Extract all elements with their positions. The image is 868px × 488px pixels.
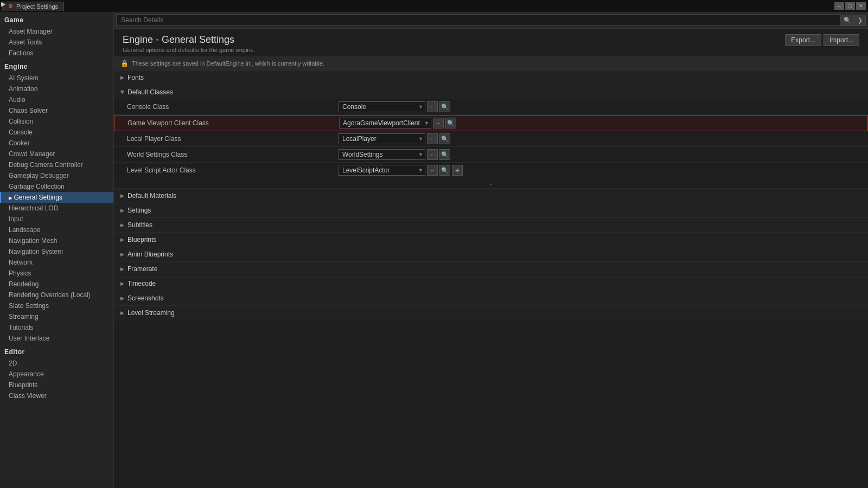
local-player-class-control: LocalPlayer ▼ ← 🔍: [339, 133, 450, 144]
console-class-dropdown[interactable]: Console: [339, 101, 425, 112]
default-materials-arrow-icon: ▶: [120, 193, 124, 198]
search-bar: 🔍 ❯: [114, 12, 868, 29]
sidebar-item-chaos-solver[interactable]: Chaos Solver: [0, 105, 113, 116]
content-header: Engine - General Settings General option…: [114, 29, 868, 57]
game-viewport-class-dropdown-wrapper: AgoraGameViewportClient ▼: [339, 118, 431, 129]
sidebar-item-streaming[interactable]: Streaming: [0, 311, 113, 322]
local-player-class-dropdown[interactable]: LocalPlayer: [339, 133, 425, 144]
sidebar-item-network[interactable]: Network: [0, 257, 113, 268]
world-settings-class-dropdown[interactable]: WorldSettings: [339, 149, 425, 160]
sidebar-item-navigation-system[interactable]: Navigation System: [0, 246, 113, 257]
framerate-label: Framerate: [127, 265, 157, 273]
sidebar-item-tutorials[interactable]: Tutorials: [0, 322, 113, 333]
settings-label: Settings: [127, 207, 151, 214]
sidebar-item-landscape[interactable]: Landscape: [0, 224, 113, 235]
search-input[interactable]: [116, 14, 840, 26]
game-viewport-class-dropdown[interactable]: AgoraGameViewportClient: [339, 118, 431, 129]
sidebar-item-slate-settings[interactable]: Slate Settings: [0, 300, 113, 311]
editor-section-header: Editor: [0, 344, 113, 358]
framerate-section-header[interactable]: ▶ Framerate: [114, 262, 868, 276]
default-classes-header[interactable]: ▶ Default Classes: [114, 85, 868, 99]
blueprints-section-header[interactable]: ▶ Blueprints: [114, 233, 868, 247]
default-classes-arrow-icon: ▶: [120, 91, 125, 94]
default-materials-header[interactable]: ▶ Default Materials: [114, 189, 868, 203]
world-settings-class-search-button[interactable]: 🔍: [439, 149, 450, 160]
maximize-button[interactable]: □: [845, 2, 855, 10]
sidebar-item-audio[interactable]: Audio: [0, 94, 113, 105]
sidebar-item-debug-camera-controller[interactable]: Debug Camera Controller: [0, 159, 113, 170]
subtitles-label: Subtitles: [127, 221, 152, 229]
settings-content: ▶ Fonts ▶ Default Classes Console Class: [114, 70, 868, 488]
subtitles-section: ▶ Subtitles: [114, 218, 868, 233]
minimize-button[interactable]: ─: [834, 2, 844, 10]
console-class-label: Console Class: [127, 103, 339, 111]
subtitles-section-header[interactable]: ▶ Subtitles: [114, 218, 868, 232]
level-script-actor-reset-button[interactable]: ←: [427, 165, 438, 176]
search-chevron-button[interactable]: ❯: [855, 15, 866, 26]
timecode-label: Timecode: [127, 280, 156, 287]
anim-blueprints-section-header[interactable]: ▶ Anim Blueprints: [114, 247, 868, 261]
game-viewport-class-reset-button[interactable]: ←: [433, 118, 444, 129]
fonts-section-header[interactable]: ▶ Fonts: [114, 70, 868, 85]
sidebar-item-rendering-overrides[interactable]: Rendering Overrides (Local): [0, 290, 113, 300]
sidebar-item-appearance[interactable]: Appearance: [0, 369, 113, 380]
default-classes-label: Default Classes: [127, 88, 173, 96]
level-script-actor-dropdown-wrapper: LevelScriptActor ▼: [339, 165, 425, 176]
timecode-section-header[interactable]: ▶ Timecode: [114, 277, 868, 291]
local-player-class-row: Local Player Class LocalPlayer ▼ ← 🔍: [114, 131, 868, 147]
local-player-class-search-button[interactable]: 🔍: [439, 133, 450, 144]
world-settings-class-label: World Settings Class: [127, 151, 339, 158]
local-player-class-reset-button[interactable]: ←: [427, 133, 438, 144]
export-button[interactable]: Export...: [785, 34, 821, 46]
local-player-class-dropdown-wrapper: LocalPlayer ▼: [339, 133, 425, 144]
sidebar: Game Asset Manager Asset Tools Factions …: [0, 12, 114, 488]
search-button[interactable]: 🔍: [840, 15, 855, 26]
sidebar-item-blueprints[interactable]: Blueprints: [0, 380, 113, 390]
sidebar-item-input[interactable]: Input: [0, 214, 113, 224]
screenshots-arrow-icon: ▶: [120, 296, 124, 301]
sidebar-item-crowd-manager[interactable]: Crowd Manager: [0, 149, 113, 159]
default-classes-section: ▶ Default Classes Console Class Console …: [114, 85, 868, 189]
level-streaming-section-header[interactable]: ▶ Level Streaming: [114, 306, 868, 320]
close-button[interactable]: ✕: [856, 2, 866, 10]
sidebar-item-collision[interactable]: Collision: [0, 116, 113, 127]
world-settings-class-reset-button[interactable]: ←: [427, 149, 438, 160]
sidebar-item-ai-system[interactable]: AI System: [0, 73, 113, 84]
console-class-reset-button[interactable]: ←: [427, 101, 438, 112]
project-settings-tab[interactable]: ⚙ Project Settings: [2, 2, 64, 11]
sidebar-item-class-viewer[interactable]: Class Viewer: [0, 390, 113, 401]
level-script-actor-dropdown[interactable]: LevelScriptActor: [339, 165, 425, 176]
sidebar-item-rendering[interactable]: Rendering: [0, 279, 113, 290]
sidebar-item-asset-manager[interactable]: Asset Manager: [0, 26, 113, 37]
console-class-dropdown-wrapper: Console ▼: [339, 101, 425, 112]
settings-section-header[interactable]: ▶ Settings: [114, 203, 868, 217]
level-script-actor-class-control: LevelScriptActor ▼ ← 🔍 +: [339, 165, 463, 176]
sidebar-item-navigation-mesh[interactable]: Navigation Mesh: [0, 235, 113, 246]
sidebar-item-user-interface[interactable]: User Interface: [0, 333, 113, 344]
sidebar-item-factions[interactable]: Factions: [0, 48, 113, 59]
sidebar-item-animation[interactable]: Animation: [0, 84, 113, 94]
screenshots-section-header[interactable]: ▶ Screenshots: [114, 291, 868, 305]
sidebar-item-asset-tools[interactable]: Asset Tools: [0, 37, 113, 48]
sidebar-item-console[interactable]: Console: [0, 127, 113, 138]
import-button[interactable]: Import...: [824, 34, 859, 46]
separator-chevron-icon[interactable]: ⌄: [488, 179, 494, 187]
sidebar-item-2d[interactable]: 2D: [0, 358, 113, 369]
notice-text: These settings are saved in DefaultEngin…: [132, 60, 324, 67]
sidebar-item-physics[interactable]: Physics: [0, 268, 113, 279]
game-viewport-class-search-button[interactable]: 🔍: [445, 118, 456, 129]
sidebar-item-garbage-collection[interactable]: Garbage Collection: [0, 181, 113, 192]
level-script-actor-add-button[interactable]: +: [452, 165, 463, 176]
anim-blueprints-label: Anim Blueprints: [127, 251, 173, 258]
sidebar-item-gameplay-debugger[interactable]: Gameplay Debugger: [0, 170, 113, 181]
level-streaming-section: ▶ Level Streaming: [114, 306, 868, 320]
console-class-search-button[interactable]: 🔍: [439, 101, 450, 112]
sidebar-item-hierarchical-lod[interactable]: Hierarchical LOD: [0, 203, 113, 214]
separator-row: ⌄: [114, 178, 868, 188]
screenshots-label: Screenshots: [127, 294, 164, 302]
level-script-actor-search-button[interactable]: 🔍: [439, 165, 450, 176]
sidebar-item-general-settings[interactable]: General Settings: [0, 192, 113, 203]
level-streaming-arrow-icon: ▶: [120, 310, 124, 316]
console-class-row: Console Class Console ▼ ← 🔍: [114, 99, 868, 115]
sidebar-item-cooker[interactable]: Cooker: [0, 138, 113, 149]
